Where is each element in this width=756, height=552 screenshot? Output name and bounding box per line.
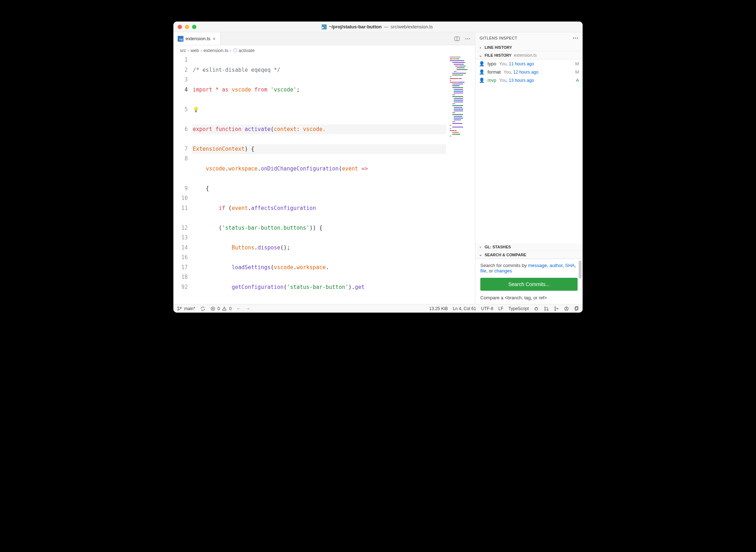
search-commits-button[interactable]: Search Commits... — [480, 278, 578, 291]
svg-point-16 — [555, 307, 556, 308]
svg-point-6 — [575, 38, 576, 38]
window-controls — [178, 25, 196, 29]
line-number-gutter: 1 2 3 4 5 6 7 8 9 10 11 — [173, 55, 192, 304]
status-branch[interactable]: main* — [177, 306, 195, 311]
section-line-history[interactable]: › LINE HISTORY — [475, 44, 583, 51]
nav-forward-icon[interactable]: → — [246, 306, 250, 311]
bell-icon[interactable] — [574, 306, 579, 311]
branch-icon — [177, 306, 182, 311]
compare-hint-text: Compare a <branch, tag, or ref> — [480, 295, 578, 300]
nav-back-icon[interactable]: ← — [237, 306, 241, 311]
section-search-compare[interactable]: ⌄ SEARCH & COMPARE — [475, 251, 583, 259]
lightbulb-icon[interactable]: 💡 — [193, 107, 199, 112]
svg-point-7 — [577, 38, 578, 38]
minimap[interactable] — [449, 55, 475, 304]
close-window-button[interactable] — [178, 25, 182, 29]
graph-icon[interactable] — [554, 306, 559, 311]
file-history-list: 👤 typo You, 11 hours ago M 👤 format You,… — [475, 60, 583, 243]
typescript-icon: TS — [178, 36, 183, 42]
close-tab-icon[interactable]: × — [213, 36, 215, 42]
tab-label: extension.ts — [186, 36, 210, 41]
svg-point-20 — [566, 307, 567, 309]
history-item[interactable]: 👤 mvp You, 13 hours ago A — [475, 76, 583, 84]
svg-point-10 — [180, 307, 182, 308]
svg-point-18 — [557, 308, 558, 309]
sync-icon[interactable] — [200, 306, 205, 311]
more-actions-icon[interactable] — [573, 35, 578, 41]
svg-point-12 — [535, 308, 538, 310]
link-sha[interactable]: SHA — [565, 263, 575, 268]
svg-point-17 — [555, 310, 556, 311]
gitlens-panel: GITLENS INSPECT › LINE HISTORY ⌄ FILE HI… — [475, 32, 583, 304]
svg-point-5 — [573, 38, 574, 38]
link-file[interactable]: file — [480, 268, 486, 273]
svg-point-3 — [467, 38, 468, 39]
link-message[interactable]: message — [528, 263, 547, 268]
status-cursor[interactable]: Ln 4, Col 61 — [453, 306, 476, 311]
titlebar: ▶ ~/proj/status-bar-button — src/web/ext… — [173, 22, 583, 32]
warning-icon — [222, 306, 227, 311]
history-item[interactable]: 👤 typo You, 11 hours ago M — [475, 60, 583, 68]
history-item[interactable]: 👤 format You, 12 hours ago M — [475, 68, 583, 76]
more-actions-icon[interactable] — [465, 36, 471, 42]
app-window: ▶ ~/proj/status-bar-button — src/web/ext… — [173, 22, 583, 313]
chevron-right-icon: › — [478, 245, 482, 249]
status-bar: main* 0 0 ← → 13.25 KiB Ln 4, Col 61 UTF… — [173, 304, 583, 313]
window-title: ▶ ~/proj/status-bar-button — src/web/ext… — [196, 24, 558, 29]
breadcrumb[interactable]: src › web › extension.ts › ⬡ activate — [173, 45, 475, 55]
avatar-icon: 👤 — [479, 69, 485, 75]
chevron-down-icon: ⌄ — [478, 252, 482, 257]
svg-point-13 — [545, 307, 546, 308]
avatar-icon: 👤 — [479, 61, 485, 66]
chevron-down-icon: ⌄ — [478, 53, 482, 58]
search-compare-content: Search for commits by message, author, S… — [475, 259, 583, 304]
section-stashes[interactable]: › GL: STASHES — [475, 243, 583, 251]
status-encoding[interactable]: UTF-8 — [481, 306, 493, 311]
split-editor-icon[interactable] — [454, 36, 460, 42]
zoom-window-button[interactable] — [192, 25, 196, 29]
scrollbar[interactable] — [579, 259, 582, 304]
avatar-icon: 👤 — [479, 78, 485, 83]
tab-extension-ts[interactable]: TS extension.ts × — [173, 32, 220, 45]
status-eol[interactable]: LF — [498, 306, 503, 311]
panel-title: GITLENS INSPECT — [480, 36, 517, 40]
person-icon[interactable] — [564, 306, 569, 311]
chevron-right-icon: › — [478, 45, 482, 50]
link-changes[interactable]: changes — [494, 268, 512, 273]
svg-point-2 — [466, 38, 466, 39]
svg-point-9 — [178, 309, 179, 310]
tab-bar: TS extension.ts × — [173, 32, 475, 45]
code-content[interactable]: /* eslint-disable eqeqeq */ import * as … — [192, 55, 475, 304]
status-language[interactable]: TypeScript — [508, 306, 529, 311]
svg-point-4 — [469, 38, 470, 39]
svg-point-8 — [178, 307, 179, 308]
svg-point-15 — [547, 309, 549, 310]
link-author[interactable]: author — [550, 263, 563, 268]
section-file-history[interactable]: ⌄ FILE HISTORY extension.ts — [475, 51, 583, 60]
error-icon — [210, 306, 215, 311]
method-icon: ⬡ — [233, 47, 237, 53]
svg-point-14 — [545, 309, 546, 310]
file-icon: ▶ — [322, 24, 327, 29]
pull-request-icon[interactable] — [544, 306, 549, 311]
status-filesize[interactable]: 13.25 KiB — [429, 306, 448, 311]
search-hint-text: Search for commits by message, author, S… — [480, 263, 578, 273]
status-problems[interactable]: 0 0 — [210, 306, 232, 311]
minimize-window-button[interactable] — [185, 25, 189, 29]
code-editor[interactable]: 1 2 3 4 5 6 7 8 9 10 11 — [173, 55, 475, 304]
bug-icon[interactable] — [534, 306, 539, 311]
